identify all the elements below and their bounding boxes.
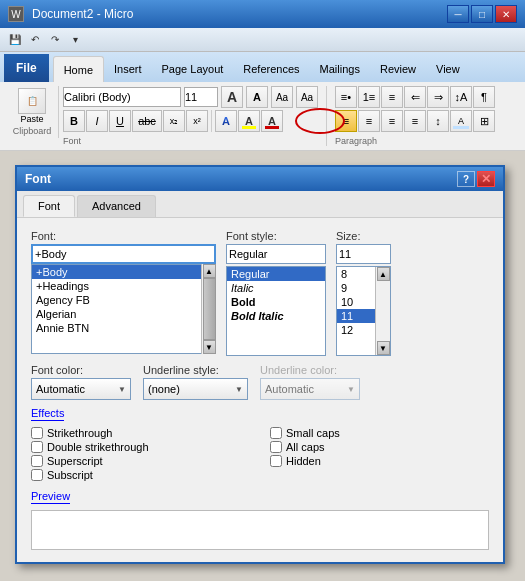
line-spacing-button[interactable]: ↕ bbox=[427, 110, 449, 132]
hidden-checkbox[interactable] bbox=[270, 455, 282, 467]
dialog-tab-advanced[interactable]: Advanced bbox=[77, 195, 156, 217]
font-color-arrow: ▼ bbox=[118, 385, 126, 394]
font-size-input[interactable] bbox=[184, 87, 218, 107]
dialog-tab-bar: Font Advanced bbox=[17, 191, 503, 218]
size-scroll-up[interactable]: ▲ bbox=[377, 267, 390, 281]
multilevel-list-button[interactable]: ≡ bbox=[381, 86, 403, 108]
tab-file[interactable]: File bbox=[4, 54, 49, 82]
all-caps-checkbox[interactable] bbox=[270, 441, 282, 453]
size-list[interactable]: ▲ ▼ 8 9 10 11 12 bbox=[336, 266, 391, 356]
style-list[interactable]: Regular Italic Bold Bold Italic bbox=[226, 266, 326, 356]
tab-review[interactable]: Review bbox=[370, 56, 426, 82]
font-list-scroll-up[interactable]: ▲ bbox=[203, 264, 216, 278]
numbering-button[interactable]: 1≡ bbox=[358, 86, 380, 108]
subscript-checkbox[interactable] bbox=[31, 469, 43, 481]
paragraph-section-label: Paragraph bbox=[335, 136, 495, 146]
grow-font-button[interactable]: A bbox=[221, 86, 243, 108]
sort-button[interactable]: ↕A bbox=[450, 86, 472, 108]
tab-mailings[interactable]: Mailings bbox=[310, 56, 370, 82]
increase-indent-button[interactable]: ⇒ bbox=[427, 86, 449, 108]
strikethrough-button[interactable]: abc bbox=[132, 110, 162, 132]
small-caps-checkbox[interactable] bbox=[270, 427, 282, 439]
tab-view[interactable]: View bbox=[426, 56, 470, 82]
effects-section: Effects Strikethrough Small caps Double … bbox=[31, 406, 489, 481]
font-color-dropdown[interactable]: Automatic ▼ bbox=[31, 378, 131, 400]
undo-qat-button[interactable]: ↶ bbox=[26, 31, 44, 49]
underline-color-dropdown[interactable]: Automatic ▼ bbox=[260, 378, 360, 400]
tab-references[interactable]: References bbox=[233, 56, 309, 82]
style-italic[interactable]: Italic bbox=[227, 281, 325, 295]
font-size-dialog-input[interactable] bbox=[336, 244, 391, 264]
paste-button[interactable]: 📋 Paste bbox=[12, 88, 52, 124]
font-list-scroll-down[interactable]: ▼ bbox=[203, 340, 216, 354]
decrease-indent-button[interactable]: ⇐ bbox=[404, 86, 426, 108]
dialog-close-button[interactable]: ✕ bbox=[477, 171, 495, 187]
justify-button[interactable]: ≡ bbox=[404, 110, 426, 132]
align-center-button[interactable]: ≡ bbox=[358, 110, 380, 132]
subscript-button[interactable]: x₂ bbox=[163, 110, 185, 132]
superscript-checkbox[interactable] bbox=[31, 455, 43, 467]
subscript-item: Subscript bbox=[31, 469, 250, 481]
text-highlight-button[interactable]: A bbox=[238, 110, 260, 132]
style-regular[interactable]: Regular bbox=[227, 267, 325, 281]
dialog-title: Font bbox=[25, 172, 51, 186]
font-list-item-body[interactable]: +Body bbox=[32, 265, 215, 279]
bold-button[interactable]: B bbox=[63, 110, 85, 132]
size-col-label: Size: bbox=[336, 230, 391, 242]
minimize-button[interactable]: ─ bbox=[447, 5, 469, 23]
font-name-input[interactable] bbox=[63, 87, 181, 107]
dialog-controls[interactable]: ? ✕ bbox=[457, 171, 495, 187]
font-style-input[interactable] bbox=[226, 244, 326, 264]
show-formatting-button[interactable]: ¶ bbox=[473, 86, 495, 108]
font-color-label: Font color: bbox=[31, 364, 131, 376]
font-style-size-row: Font: +Body +Headings Agency FB Algerian… bbox=[31, 230, 489, 356]
window-controls[interactable]: ─ □ ✕ bbox=[447, 5, 517, 23]
font-list-item-headings[interactable]: +Headings bbox=[32, 279, 215, 293]
dialog-help-button[interactable]: ? bbox=[457, 171, 475, 187]
style-bold[interactable]: Bold bbox=[227, 295, 325, 309]
shading-button[interactable]: A bbox=[450, 110, 472, 132]
text-effects-button[interactable]: A bbox=[215, 110, 237, 132]
dialog-tab-font[interactable]: Font bbox=[23, 195, 75, 217]
color-underline-row: Font color: Automatic ▼ Underline style:… bbox=[31, 364, 489, 400]
all-caps-item: All caps bbox=[270, 441, 489, 453]
tab-home[interactable]: Home bbox=[53, 56, 104, 82]
double-strikethrough-item: Double strikethrough bbox=[31, 441, 250, 453]
tab-insert[interactable]: Insert bbox=[104, 56, 152, 82]
preview-section: Preview bbox=[31, 489, 489, 550]
font-color-button[interactable]: A bbox=[261, 110, 283, 132]
bullets-button[interactable]: ≡• bbox=[335, 86, 357, 108]
qat-dropdown-button[interactable]: ▾ bbox=[66, 31, 84, 49]
strikethrough-checkbox[interactable] bbox=[31, 427, 43, 439]
double-strikethrough-checkbox[interactable] bbox=[31, 441, 43, 453]
underline-color-value: Automatic bbox=[265, 383, 314, 395]
maximize-button[interactable]: □ bbox=[471, 5, 493, 23]
save-qat-button[interactable]: 💾 bbox=[6, 31, 24, 49]
align-left-button[interactable]: ≡ bbox=[335, 110, 357, 132]
font-column: Font: +Body +Headings Agency FB Algerian… bbox=[31, 230, 216, 356]
style-col-label: Font style: bbox=[226, 230, 326, 242]
align-right-button[interactable]: ≡ bbox=[381, 110, 403, 132]
font-list-item-algerian[interactable]: Algerian bbox=[32, 307, 215, 321]
shrink-font-button[interactable]: A bbox=[246, 86, 268, 108]
font-name-dialog-input[interactable] bbox=[31, 244, 216, 264]
style-bold-italic[interactable]: Bold Italic bbox=[227, 309, 325, 323]
underline-style-dropdown[interactable]: (none) ▼ bbox=[143, 378, 248, 400]
size-scroll-down[interactable]: ▼ bbox=[377, 341, 390, 355]
font-list[interactable]: +Body +Headings Agency FB Algerian Annie… bbox=[31, 264, 216, 354]
font-list-item-anniebtn[interactable]: Annie BTN bbox=[32, 321, 215, 335]
font-section-label: Font bbox=[63, 136, 318, 146]
font-list-item-agencyfb[interactable]: Agency FB bbox=[32, 293, 215, 307]
dialog-title-bar: Font ? ✕ bbox=[17, 167, 503, 191]
font-col-label: Font: bbox=[31, 230, 216, 242]
italic-button[interactable]: I bbox=[86, 110, 108, 132]
font-list-scrollbar-thumb[interactable] bbox=[203, 278, 216, 340]
borders-button[interactable]: ⊞ bbox=[473, 110, 495, 132]
tab-page-layout[interactable]: Page Layout bbox=[152, 56, 234, 82]
redo-qat-button[interactable]: ↷ bbox=[46, 31, 64, 49]
close-button[interactable]: ✕ bbox=[495, 5, 517, 23]
clear-formatting-button[interactable]: Aa bbox=[271, 86, 293, 108]
superscript-button[interactable]: x² bbox=[186, 110, 208, 132]
change-case-button[interactable]: Aa bbox=[296, 86, 318, 108]
underline-button[interactable]: U bbox=[109, 110, 131, 132]
